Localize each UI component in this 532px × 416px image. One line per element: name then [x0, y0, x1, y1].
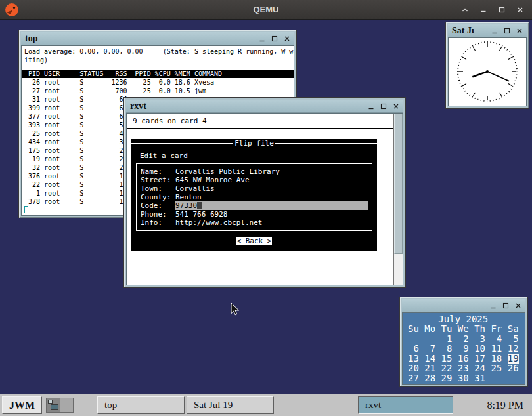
calendar-week-row: 1 2 3 4 5	[408, 334, 519, 344]
scrollbar-thumb[interactable]	[394, 114, 403, 254]
taskbar-task-rxvt[interactable]: rxvt	[358, 396, 453, 414]
maximize-icon[interactable]	[269, 33, 280, 44]
clock-window: Sat Jul 19	[445, 22, 529, 109]
pager-desktop-1[interactable]	[47, 398, 60, 412]
maximize-icon[interactable]	[500, 301, 511, 311]
analog-clock-face	[448, 37, 527, 106]
jwm-menu-button[interactable]: JWM	[2, 396, 42, 414]
top-window-titlebar[interactable]: top	[21, 32, 294, 45]
calendar-selected-day: 19	[508, 354, 519, 364]
minimize-icon[interactable]	[478, 5, 489, 15]
qemu-window-controls	[460, 0, 525, 20]
dialog-title-row: Flip-file	[131, 139, 377, 148]
pager-desktop-2[interactable]	[60, 398, 74, 412]
rxvt-terminal[interactable]: 9 cards on card 4 Flip-file Edit a card …	[127, 114, 393, 285]
shade-icon[interactable]	[460, 5, 470, 15]
code-input-field[interactable]: 97330	[175, 201, 368, 210]
minimize-icon[interactable]	[488, 301, 499, 311]
calendar-week-row: 6 7 8 9 10 11 12	[408, 344, 519, 354]
pager-mini-window	[51, 404, 58, 410]
qemu-titlebar[interactable]: QEMU	[0, 0, 532, 20]
load-average-wrap: iting)	[22, 56, 294, 64]
rxvt-window-title: rxvt	[126, 101, 366, 112]
calendar-week-row: 27 28 29 30 31	[408, 373, 519, 383]
taskbar-task-clock-window[interactable]: Sat Jul 19	[187, 396, 274, 414]
rxvt-window-titlebar[interactable]: rxvt	[126, 100, 403, 113]
calendar-weekday-header: Su Mo Tu We Th Fr Sa	[408, 324, 519, 334]
dialog-heading: Edit a card	[140, 152, 377, 160]
rxvt-window: rxvt 9 cards on card 4 Flip-file Edit a …	[123, 97, 406, 288]
process-row: 26 root S 1236 25 0.0 18.6 Xvesa	[22, 78, 294, 87]
maximize-icon[interactable]	[497, 5, 507, 15]
close-icon[interactable]	[513, 301, 523, 311]
taskbar: JWM top Sat Jul 19 rxvt 8:19 PM	[0, 394, 532, 416]
desktop-pager[interactable]	[46, 398, 74, 413]
calendar-window: July 2025 Su Mo Tu We Th Fr Sa 1 2 3 4 5…	[399, 297, 528, 387]
minimize-icon[interactable]	[366, 101, 376, 112]
scrollbar[interactable]	[393, 114, 403, 285]
card-fields-box: Name: Corvallis Public Library Street: 6…	[136, 163, 372, 231]
taskbar-clock: 8:19 PM	[487, 394, 523, 416]
clock-window-buttons	[489, 26, 527, 36]
minimize-icon[interactable]	[489, 26, 500, 36]
clock-window-title: Sat Jul 19	[448, 26, 474, 36]
process-row: 27 root S 700 25 0.0 10.5 jwm	[22, 87, 294, 95]
top-window-buttons	[257, 33, 294, 44]
rxvt-content: 9 cards on card 4 Flip-file Edit a card …	[126, 113, 403, 285]
process-table-header: PID USER STATUS RSS PPID %CPU %MEM COMMA…	[22, 70, 294, 78]
close-icon[interactable]	[282, 33, 292, 44]
calendar-week-row: 20 21 22 23 24 25 26	[408, 364, 519, 373]
flip-file-dialog: Flip-file Edit a card Name: Corvallis Pu…	[131, 139, 377, 251]
calendar-week-row: 13 14 15 16 17 18 19	[408, 354, 519, 364]
clock-svg	[449, 38, 526, 106]
field-row-info: Info: http://www.cbcpl.net	[137, 218, 372, 227]
terminal-cursor	[24, 206, 28, 213]
screen: QEMU top Load averag	[0, 0, 532, 416]
field-row-code[interactable]: Code: 97330	[137, 201, 372, 210]
taskbar-task-top[interactable]: top	[97, 396, 185, 414]
field-row-phone: Phone: 541-766-6928	[137, 210, 372, 218]
close-icon[interactable]	[391, 101, 401, 112]
ibeam-cursor	[303, 169, 310, 180]
minimize-icon[interactable]	[257, 33, 267, 44]
field-row-town: Town: Corvallis	[137, 184, 372, 193]
mouse-cursor-arrow	[231, 302, 240, 316]
top-window-title: top	[21, 33, 257, 44]
field-row-name: Name: Corvallis Public Library	[137, 167, 372, 176]
separator-line	[127, 128, 393, 129]
status-line: 9 cards on card 4	[133, 117, 393, 125]
calendar-window-buttons	[488, 301, 525, 311]
load-average-line: Load average: 0.00, 0.00, 0.00 (State: S…	[22, 47, 294, 56]
calendar-window-titlebar[interactable]	[402, 299, 525, 312]
close-icon[interactable]	[515, 5, 525, 15]
maximize-icon[interactable]	[378, 101, 389, 112]
close-icon[interactable]	[514, 26, 525, 36]
maximize-icon[interactable]	[502, 26, 512, 36]
minute-hand	[487, 72, 509, 81]
qemu-window-title: QEMU	[0, 5, 532, 14]
dialog-title: Flip-file	[233, 139, 275, 148]
calendar-month-year: July 2025	[408, 314, 519, 324]
hour-hand	[472, 72, 487, 77]
clock-window-titlebar[interactable]: Sat Jul 19	[448, 24, 527, 37]
text-cursor	[197, 202, 202, 209]
field-row-county: County: Benton	[137, 193, 372, 201]
field-row-street: Street: 645 NW Monroe Ave	[137, 176, 372, 184]
calendar-body: July 2025 Su Mo Tu We Th Fr Sa 1 2 3 4 5…	[402, 312, 525, 385]
pager-mini-window	[48, 400, 53, 404]
back-button[interactable]: < Back >	[236, 237, 273, 245]
rxvt-window-buttons	[366, 101, 403, 112]
